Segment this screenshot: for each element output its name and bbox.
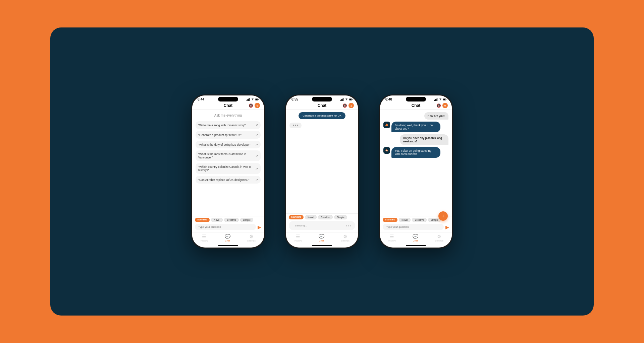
suggestion-5[interactable]: "Which country colonize Canada in War II… [196,163,261,174]
pill-standard-3[interactable]: Standard [383,218,397,222]
mute-icon-2[interactable]: 🔇 [342,104,347,108]
phone-3: 6:48 Chat 🔇 0 How are you? [379,94,453,249]
pill-standard-2[interactable]: Standard [289,215,304,219]
svg-rect-20 [443,99,445,100]
pill-creative-3[interactable]: Creative [412,218,427,222]
loading-dot-3 [350,225,351,226]
signal-icon-3 [434,98,438,101]
dot-2 [295,125,296,126]
pill-simple-2[interactable]: Simple [334,215,347,219]
chat-input-1[interactable] [195,224,256,230]
robot-icon-2 [385,148,389,152]
wifi-icon [251,98,254,101]
settings-icon-1: ⚙ [249,234,254,239]
svg-rect-9 [342,98,343,101]
nav-history-1[interactable]: ☰ History [201,234,208,242]
phone-1: 6:44 Chat 🔇 0 Ask me eve [191,94,265,249]
wifi-icon-2 [345,98,348,101]
nav-chat-1[interactable]: 💬 Chat [225,234,230,242]
nav-settings-3[interactable]: ⚙ Settings [435,234,443,242]
chat-title-3: Chat [412,103,421,108]
msg-user-2: Do you have any plan this long weekends? [400,134,449,145]
suggestion-4[interactable]: "What is the most famous attraction in V… [196,150,261,161]
chat-header-1: Chat 🔇 0 [192,102,264,110]
mute-icon-1[interactable]: 🔇 [249,104,253,108]
robot-icon-1 [385,123,389,127]
svg-rect-33 [385,150,386,151]
send-button-1[interactable]: ▶ [258,224,261,230]
pill-simple-1[interactable]: Simple [240,218,253,222]
loading-dot-2 [348,225,349,226]
loading-dot-1 [346,225,347,226]
chat-icon-3: 💬 [413,234,418,239]
svg-rect-22 [386,125,387,126]
suggestion-text-6: "Can AI robot replace UI/UX designers?" [198,178,250,182]
svg-rect-14 [434,99,435,100]
nav-chat-label-3: Chat [413,239,418,242]
arrow-icon-4: ↗ [255,154,258,158]
svg-rect-19 [446,99,446,100]
svg-rect-2 [248,98,249,101]
mode-pills-1: Standard Novel Creative Simple [195,218,261,222]
suggestion-6[interactable]: "Can AI robot replace UI/UX designers?" … [196,176,261,184]
suggestion-3[interactable]: "What is the duty of being iOS developer… [196,141,261,148]
nav-chat-2[interactable]: 💬 Chat [319,234,324,242]
pill-creative-2[interactable]: Creative [318,215,333,219]
notification-badge-3: 0 [442,103,448,108]
msg-bot-row-1: I'm doing well, thank you. How about you… [383,122,448,132]
bottom-nav-2: ☰ History 💬 Chat ⚙ Settings [286,232,358,245]
svg-rect-1 [248,99,248,101]
signal-icon [247,98,250,101]
arrow-icon-1: ↗ [255,123,258,127]
msg-bot-1: I'm doing well, thank you. How about you… [391,122,440,132]
status-bar-1: 6:44 [192,95,264,102]
dynamic-island-3 [406,97,426,101]
chat-icon-1: 💬 [225,234,230,239]
svg-rect-15 [435,99,436,101]
send-button-3[interactable]: ▶ [445,224,449,230]
suggestion-text-1: "Write me a song with romantic story" [198,124,246,127]
suggestion-text-2: "Generate a product sprint for UX" [198,133,241,137]
time-2: 6:55 [291,97,298,101]
nav-history-3[interactable]: ☰ History [388,234,396,242]
svg-rect-32 [387,149,387,150]
pill-novel-3[interactable]: Novel [399,218,411,222]
pill-novel-2[interactable]: Novel [305,215,317,219]
pill-standard-1[interactable]: Standard [195,218,210,222]
chat-input-3[interactable] [383,224,444,230]
svg-rect-29 [386,150,387,151]
phone-2: 6:55 Chat 🔇 1 Generate a product sprint … [285,94,359,249]
svg-rect-5 [258,99,258,100]
svg-rect-16 [436,98,437,101]
svg-rect-27 [388,125,388,126]
pill-creative-1[interactable]: Creative [224,218,239,222]
chat-body-3: How are you? I'm do [380,110,452,216]
nav-settings-label-1: Settings [247,239,256,242]
mute-icon-3[interactable]: 🔇 [436,104,441,108]
status-bar-3: 6:48 [380,95,452,102]
arrow-icon-5: ↗ [255,167,258,170]
nav-settings-1[interactable]: ⚙ Settings [247,234,256,242]
msg-bot-row-2: Yes, I plan on going camping with some f… [383,147,448,158]
home-indicator-2 [312,245,332,246]
fab-button[interactable]: + [438,211,448,221]
bot-avatar-2 [383,147,390,154]
nav-settings-2[interactable]: ⚙ Settings [341,234,350,242]
nav-chat-3[interactable]: 💬 Chat [413,234,418,242]
arrow-icon-2: ↗ [255,133,258,137]
suggestion-1[interactable]: "Write me a song with romantic story" ↗ [196,121,261,129]
input-row-3: ▶ [383,224,449,230]
history-icon-3: ☰ [390,234,394,239]
home-indicator-3 [406,245,426,246]
pill-novel-1[interactable]: Novel [211,218,223,222]
time-3: 6:48 [385,97,392,101]
suggestion-2[interactable]: "Generate a product sprint for UX" ↗ [196,131,261,139]
header-icons-3: 🔇 0 [436,103,448,108]
chat-footer-2: Standard Novel Creative Simple Sending..… [286,213,358,232]
suggestion-text-3: "What is the duty of being iOS developer… [198,143,251,146]
svg-rect-25 [387,124,387,125]
header-icons-2: 🔇 1 [342,103,354,108]
loading-dots [344,224,353,228]
nav-history-label-3: History [388,239,396,242]
nav-history-2[interactable]: ☰ History [294,234,302,242]
